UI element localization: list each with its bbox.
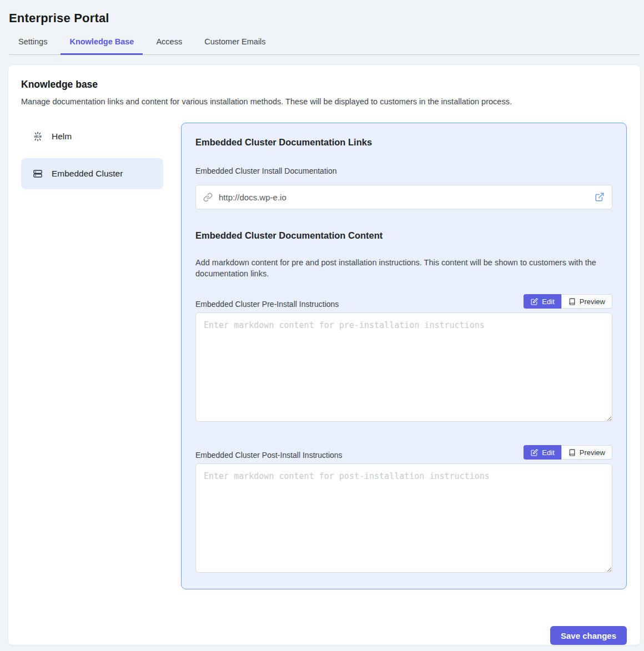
install-doc-label: Embedded Cluster Install Documentation <box>195 166 612 175</box>
pre-install-instructions-textarea[interactable] <box>195 312 612 422</box>
preview-mode-button[interactable]: Preview <box>561 294 612 309</box>
install-doc-url-input[interactable] <box>219 193 595 202</box>
sidebar-item-label: Embedded Cluster <box>52 169 123 179</box>
link-icon <box>203 193 213 202</box>
install-doc-input-wrap <box>195 185 612 209</box>
page-description: Manage documentation links and content f… <box>21 97 627 106</box>
sidebar-item-helm[interactable]: HELM Helm <box>21 123 163 150</box>
tab-settings[interactable]: Settings <box>9 33 56 54</box>
preview-mode-button[interactable]: Preview <box>561 445 612 460</box>
pre-install-mode-toggle: Edit Preview <box>524 294 612 309</box>
server-stack-icon <box>33 169 43 179</box>
preview-button-label: Preview <box>580 297 605 306</box>
svg-text:HELM: HELM <box>34 135 41 138</box>
tab-customer-emails[interactable]: Customer Emails <box>195 33 274 54</box>
post-install-label-row: Embedded Cluster Post-Install Instructio… <box>195 445 612 460</box>
preview-button-label: Preview <box>580 448 605 457</box>
app-title: Enterprise Portal <box>9 11 635 26</box>
card-footer: Save changes <box>21 626 627 645</box>
post-install-instructions-textarea[interactable] <box>195 463 612 573</box>
sidebar-item-embedded-cluster[interactable]: Embedded Cluster <box>21 158 163 189</box>
helm-logo-icon: HELM <box>33 132 43 142</box>
content-section-title: Embedded Cluster Documentation Content <box>195 230 612 241</box>
book-icon <box>568 449 576 456</box>
post-install-mode-toggle: Edit Preview <box>524 445 612 460</box>
edit-button-label: Edit <box>542 297 554 306</box>
edit-button-label: Edit <box>542 448 554 457</box>
book-icon <box>568 298 576 305</box>
content-row: HELM Helm Embedded Cluster Embedde <box>21 123 627 589</box>
pencil-square-icon <box>531 449 538 456</box>
install-method-nav: HELM Helm Embedded Cluster <box>21 123 163 189</box>
page-header: Enterprise Portal <box>0 0 644 26</box>
page-title: Knowledge base <box>21 79 627 90</box>
sidebar-item-label: Helm <box>52 132 72 142</box>
pre-install-label: Embedded Cluster Pre-Install Instruction… <box>195 300 339 309</box>
edit-mode-button[interactable]: Edit <box>524 445 561 460</box>
content-section-description: Add markdown content for pre and post in… <box>195 257 611 279</box>
tab-access[interactable]: Access <box>147 33 191 54</box>
knowledge-base-card: Knowledge base Manage documentation link… <box>8 64 641 645</box>
pencil-square-icon <box>531 298 538 305</box>
tab-knowledge-base[interactable]: Knowledge Base <box>61 33 143 54</box>
post-install-label: Embedded Cluster Post-Install Instructio… <box>195 451 343 460</box>
links-section-title: Embedded Cluster Documentation Links <box>195 137 612 148</box>
pre-install-label-row: Embedded Cluster Pre-Install Instruction… <box>195 294 612 309</box>
external-link-icon[interactable] <box>595 192 605 202</box>
embedded-cluster-panel: Embedded Cluster Documentation Links Emb… <box>181 123 627 589</box>
tab-bar: Settings Knowledge Base Access Customer … <box>9 33 640 55</box>
save-changes-button[interactable]: Save changes <box>550 626 627 645</box>
edit-mode-button[interactable]: Edit <box>524 294 561 309</box>
